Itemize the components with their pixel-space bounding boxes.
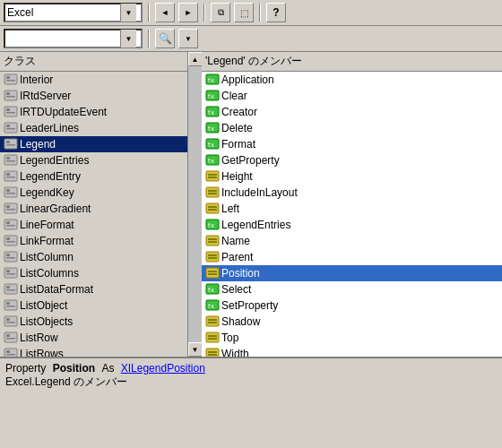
search-combo-dropdown[interactable]: ▼ <box>120 30 136 47</box>
method-icon: f x <box>205 73 220 87</box>
right-list-item[interactable]: Shadow <box>202 314 502 330</box>
class-icon <box>4 121 18 135</box>
right-list-item[interactable]: IncludeInLayout <box>202 185 502 201</box>
svg-text:x: x <box>211 302 214 310</box>
arrow-left-button[interactable]: ◄ <box>155 3 175 22</box>
class-combo-dropdown[interactable]: ▼ <box>120 4 136 22</box>
right-item-label: Name <box>221 235 250 247</box>
svg-text:x: x <box>211 92 214 100</box>
arrow-right-button[interactable]: ► <box>178 3 198 22</box>
left-list-item[interactable]: ListRow <box>0 330 187 346</box>
search-button[interactable]: 🔍 <box>155 29 175 48</box>
svg-rect-4 <box>6 92 10 95</box>
svg-rect-3 <box>4 90 17 100</box>
left-list-item[interactable]: ListColumn <box>0 249 187 265</box>
class-icon <box>4 202 18 216</box>
status-middle: As <box>101 362 114 375</box>
svg-rect-36 <box>4 268 17 278</box>
left-list-item[interactable]: Legend <box>0 136 187 152</box>
svg-rect-23 <box>6 193 15 194</box>
svg-rect-83 <box>208 209 217 211</box>
left-list-item[interactable]: LegendEntries <box>0 152 187 168</box>
svg-rect-44 <box>6 306 15 307</box>
method-icon: f x <box>205 121 220 135</box>
search-combo-input[interactable] <box>5 31 120 46</box>
svg-rect-8 <box>6 112 15 114</box>
left-list-item[interactable]: LeaderLines <box>0 120 187 136</box>
svg-rect-52 <box>6 350 10 353</box>
svg-rect-29 <box>6 225 15 227</box>
class-icon <box>4 331 18 345</box>
svg-rect-109 <box>208 351 217 353</box>
left-scrollbar[interactable]: ▲ ▼ <box>187 52 202 357</box>
left-list-item[interactable]: ListObjects <box>0 314 187 330</box>
left-item-label: LeaderLines <box>20 122 79 134</box>
right-list-item[interactable]: f x Select <box>202 281 502 297</box>
copy-button[interactable]: ⧉ <box>211 3 230 22</box>
left-item-label: ListRows <box>20 348 64 357</box>
right-list-item[interactable]: Name <box>202 233 502 249</box>
left-item-label: LineFormat <box>20 219 74 231</box>
right-list-item[interactable]: Left <box>202 201 502 217</box>
right-item-label: Parent <box>221 251 253 263</box>
right-item-label: Select <box>221 283 251 296</box>
right-list-item[interactable]: f x Application <box>202 72 502 88</box>
right-list-item[interactable]: Parent <box>202 249 502 265</box>
left-list-item[interactable]: LegendEntry <box>0 168 187 185</box>
left-list-item[interactable]: LinearGradient <box>0 201 187 217</box>
right-list-item[interactable]: f x Format <box>202 136 502 152</box>
right-list-item[interactable]: Width <box>202 346 502 357</box>
class-icon <box>4 234 18 248</box>
left-list-item[interactable]: LineFormat <box>0 217 187 233</box>
scroll-track[interactable] <box>188 66 203 342</box>
svg-rect-12 <box>4 139 17 149</box>
svg-rect-22 <box>6 189 10 192</box>
class-icon <box>4 250 18 264</box>
right-list[interactable]: f x Application f x Clear f x Creator f … <box>202 72 502 357</box>
svg-text:x: x <box>211 286 214 294</box>
svg-rect-32 <box>6 241 15 243</box>
right-list-item[interactable]: f x SetProperty <box>202 297 502 314</box>
left-list-item[interactable]: ListObject <box>0 297 187 314</box>
right-item-label: Shadow <box>221 315 260 328</box>
svg-rect-82 <box>208 206 217 208</box>
right-list-item[interactable]: f x LegendEntries <box>202 217 502 233</box>
search-dropdown-button[interactable]: ▼ <box>178 29 198 48</box>
left-list-item[interactable]: LinkFormat <box>0 233 187 249</box>
right-item-label: Format <box>221 138 255 151</box>
svg-rect-37 <box>6 270 10 272</box>
right-list-item[interactable]: Top <box>202 330 502 346</box>
left-list-item[interactable]: LegendKey <box>0 185 187 201</box>
scroll-up-btn[interactable]: ▲ <box>188 52 203 66</box>
left-list[interactable]: Interior IRtdServer IRTDUpdateEvent Lead… <box>0 72 187 357</box>
class-icon <box>4 105 18 119</box>
class-combo-input[interactable] <box>5 5 120 20</box>
svg-rect-88 <box>208 238 217 240</box>
right-list-item[interactable]: f x GetProperty <box>202 152 502 168</box>
right-list-item[interactable]: f x Creator <box>202 104 502 120</box>
left-list-item[interactable]: ListRows <box>0 346 187 357</box>
right-list-item[interactable]: Position <box>202 265 502 281</box>
right-item-label: Application <box>221 73 274 86</box>
left-list-item[interactable]: ListDataFormat <box>0 281 187 297</box>
right-list-item[interactable]: Height <box>202 168 502 185</box>
left-list-item[interactable]: Interior <box>0 72 187 88</box>
svg-rect-16 <box>6 157 10 159</box>
left-list-item[interactable]: IRTDUpdateEvent <box>0 104 187 120</box>
left-list-item[interactable]: IRtdServer <box>0 88 187 104</box>
right-list-item[interactable]: f x Delete <box>202 120 502 136</box>
paste-button[interactable]: ⬚ <box>234 3 254 22</box>
arrow-left-icon: ◄ <box>161 8 169 17</box>
help-button[interactable]: ? <box>266 3 286 22</box>
left-list-item[interactable]: ListColumns <box>0 265 187 281</box>
svg-rect-93 <box>206 268 219 278</box>
scroll-down-btn[interactable]: ▼ <box>188 342 203 357</box>
toolbar-separator-2 <box>203 4 205 22</box>
class-icon <box>4 298 18 313</box>
right-list-item[interactable]: f x Clear <box>202 88 502 104</box>
right-item-label: Width <box>221 348 249 357</box>
status-link[interactable]: XILegendPosition <box>121 362 205 375</box>
svg-rect-26 <box>6 209 15 211</box>
svg-rect-47 <box>6 322 15 323</box>
svg-rect-13 <box>6 141 10 143</box>
